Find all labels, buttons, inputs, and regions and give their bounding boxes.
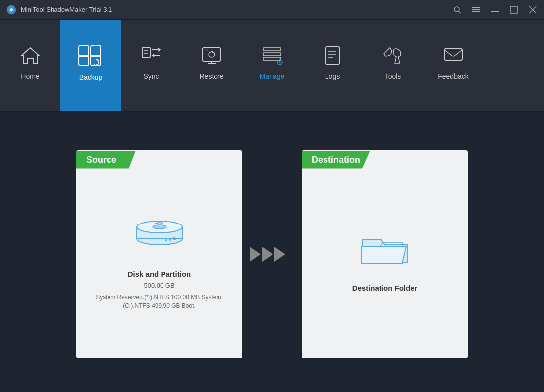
svg-rect-24 (263, 53, 281, 56)
destination-header: Destination (302, 150, 379, 169)
svg-rect-14 (142, 48, 150, 57)
svg-rect-4 (472, 9, 480, 10)
source-desc: System Reserved.(*:).NTFS 100.00 MB Syst… (96, 293, 223, 310)
close-btn[interactable] (527, 4, 538, 15)
logs-icon (322, 46, 343, 68)
destination-title: Destination (302, 151, 370, 169)
maximize-btn[interactable] (508, 4, 519, 15)
nav-logs[interactable]: Logs (302, 20, 363, 111)
restore-icon (201, 46, 222, 68)
svg-rect-11 (91, 46, 101, 56)
nav-tools-label: Tools (385, 72, 401, 80)
source-main-label: Disk and Partition (128, 270, 191, 278)
svg-point-39 (169, 239, 171, 241)
source-sub-label: 500.00 GB (144, 282, 174, 289)
window-controls (452, 4, 538, 15)
svg-rect-29 (326, 47, 339, 64)
backup-area: Source (25, 126, 519, 382)
backup-icon (78, 45, 104, 69)
main-content: Source (0, 112, 544, 392)
svg-rect-25 (263, 57, 281, 60)
source-panel[interactable]: Source (76, 150, 242, 358)
menu-btn[interactable] (471, 4, 482, 15)
nav-feedback-label: Feedback (438, 72, 468, 80)
svg-point-1 (454, 7, 459, 12)
svg-rect-10 (79, 46, 89, 56)
destination-main-label: Destination Folder (352, 284, 418, 292)
svg-rect-7 (510, 6, 517, 13)
title-bar: MiniTool ShadowMaker Trial 3.1 (0, 0, 544, 20)
nav-sync[interactable]: Sync (121, 20, 181, 111)
nav-home-label: Home (21, 72, 39, 80)
svg-rect-6 (491, 11, 499, 12)
svg-point-40 (165, 239, 167, 241)
svg-marker-43 (274, 247, 285, 262)
app-logo (6, 4, 17, 15)
nav-sync-label: Sync (143, 72, 159, 80)
nav-backup[interactable]: Backup (60, 20, 121, 111)
destination-panel[interactable]: Destination Destination Folder (302, 150, 468, 358)
svg-line-2 (459, 11, 461, 13)
arrow-area (242, 242, 302, 267)
nav-bar: Home Backup (0, 20, 544, 112)
nav-manage-label: Manage (260, 72, 285, 80)
svg-rect-23 (263, 48, 281, 51)
title-bar-left: MiniTool ShadowMaker Trial 3.1 (6, 4, 112, 15)
nav-feedback[interactable]: Feedback (423, 20, 484, 111)
home-icon (19, 46, 41, 68)
minimize-btn[interactable] (490, 4, 500, 15)
sync-icon (140, 46, 162, 68)
svg-rect-33 (444, 49, 462, 60)
tools-icon (382, 46, 404, 68)
svg-point-37 (153, 225, 166, 229)
manage-icon (261, 46, 283, 68)
svg-rect-5 (472, 11, 480, 12)
nav-tools[interactable]: Tools (363, 20, 423, 111)
svg-rect-3 (472, 7, 480, 8)
nav-backup-label: Backup (79, 73, 103, 81)
disk-icon (130, 213, 189, 260)
svg-point-38 (173, 237, 176, 240)
nav-restore-label: Restore (199, 72, 223, 80)
source-header: Source (76, 150, 144, 169)
nav-manage[interactable]: Manage (242, 20, 302, 111)
svg-rect-12 (79, 56, 89, 65)
svg-rect-13 (91, 56, 101, 65)
app-title: MiniTool ShadowMaker Trial 3.1 (21, 6, 112, 13)
nav-logs-label: Logs (325, 72, 340, 80)
folder-icon (358, 227, 412, 274)
nav-home[interactable]: Home (0, 20, 60, 111)
feedback-icon (442, 46, 464, 68)
search-btn[interactable] (452, 4, 463, 15)
svg-marker-42 (262, 247, 273, 262)
nav-restore[interactable]: Restore (181, 20, 242, 111)
svg-marker-41 (250, 247, 261, 262)
source-title: Source (76, 151, 136, 169)
